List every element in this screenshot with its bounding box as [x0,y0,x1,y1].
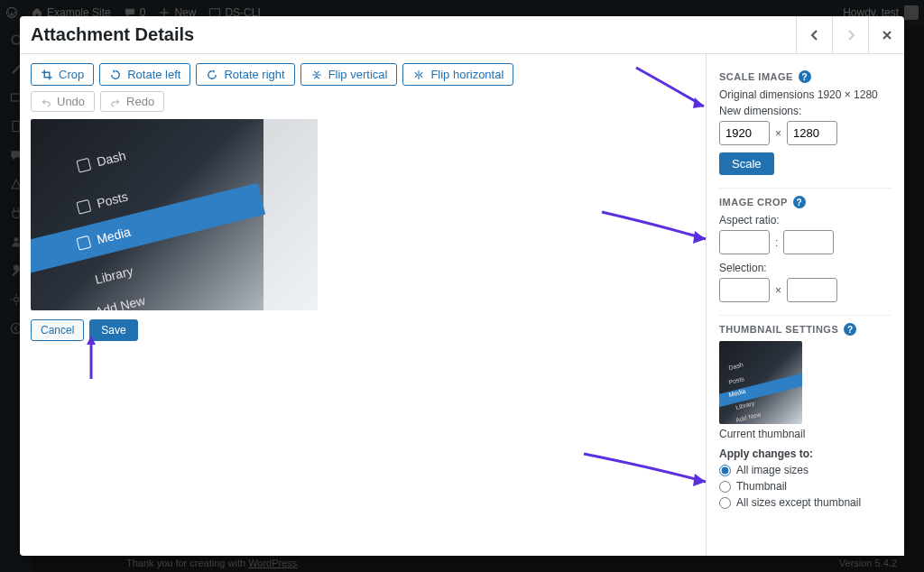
selection-width-input[interactable] [719,278,770,302]
aspect-height-input[interactable] [783,230,834,254]
prev-attachment-button[interactable] [796,16,832,54]
help-icon[interactable]: ? [799,70,811,83]
flip-horizontal-label: Flip horizontal [430,68,504,81]
scale-image-section: SCALE IMAGE? Original dimensions 1920 × … [719,63,892,189]
svg-marker-10 [693,474,706,486]
next-attachment-button[interactable] [832,16,868,54]
annotation-arrow [84,334,102,383]
times-sep: × [775,127,781,140]
selection-label: Selection: [719,262,892,274]
crop-button[interactable]: Crop [31,63,94,86]
undo-label: Undo [57,95,85,108]
flip-vertical-button[interactable]: Flip vertical [300,63,398,86]
image-editor-main: Crop Rotate left Rotate right Flip verti… [20,54,706,556]
help-icon[interactable]: ? [793,196,806,208]
aspect-width-input[interactable] [719,230,770,254]
save-button[interactable]: Save [89,319,137,341]
colon-sep: : [775,236,778,249]
undo-button[interactable]: Undo [31,91,95,112]
scale-heading: SCALE IMAGE [719,71,793,82]
cancel-button[interactable]: Cancel [31,319,84,341]
modal-title: Attachment Details [31,24,796,45]
current-thumbnail-preview: Dash Posts Media Library Add New [719,341,802,424]
crop-label: Crop [59,68,84,81]
rotate-right-label: Rotate right [224,68,284,81]
rotate-left-label: Rotate left [127,68,180,81]
flip-vertical-label: Flip vertical [328,68,388,81]
rotate-left-button[interactable]: Rotate left [99,63,190,86]
original-dimensions: Original dimensions 1920 × 1280 [719,88,892,101]
apply-changes-label: Apply changes to: [719,447,892,460]
scale-button[interactable]: Scale [719,152,774,175]
editor-toolbar: Crop Rotate left Rotate right Flip verti… [31,63,695,86]
svg-marker-9 [693,231,706,244]
aspect-ratio-label: Aspect ratio: [719,214,892,226]
apply-thumbnail-radio[interactable]: Thumbnail [719,480,892,493]
current-thumbnail-label: Current thumbnail [719,428,892,440]
thumbnail-settings-section: THUMBNAIL SETTINGS? Dash Posts Media Lib… [719,316,892,525]
close-modal-button[interactable] [868,16,904,54]
modal-header: Attachment Details [20,16,904,54]
crop-heading: IMAGE CROP [719,197,788,208]
scale-height-input[interactable] [787,121,837,145]
redo-label: Redo [126,95,154,108]
scale-width-input[interactable] [719,121,770,145]
flip-horizontal-button[interactable]: Flip horizontal [402,63,513,86]
help-icon[interactable]: ? [844,323,856,336]
times-sep: × [775,284,781,297]
new-dimensions-label: New dimensions: [719,105,892,117]
attachment-details-modal: Attachment Details Crop Rotate left Rota… [20,16,904,556]
apply-all-radio[interactable]: All image sizes [719,464,892,476]
image-crop-section: IMAGE CROP? Aspect ratio: : Selection: × [719,189,892,316]
redo-button[interactable]: Redo [100,91,164,112]
image-editor-sidebar: SCALE IMAGE? Original dimensions 1920 × … [706,54,904,556]
annotation-arrow [597,208,715,255]
annotation-arrow [579,449,715,497]
apply-except-thumb-radio[interactable]: All sizes except thumbnail [719,496,892,509]
selection-height-input[interactable] [787,278,837,302]
thumbnail-heading: THUMBNAIL SETTINGS [719,324,838,335]
image-preview[interactable]: Dash Posts Media Library Add New [31,119,318,310]
rotate-right-button[interactable]: Rotate right [196,63,294,86]
